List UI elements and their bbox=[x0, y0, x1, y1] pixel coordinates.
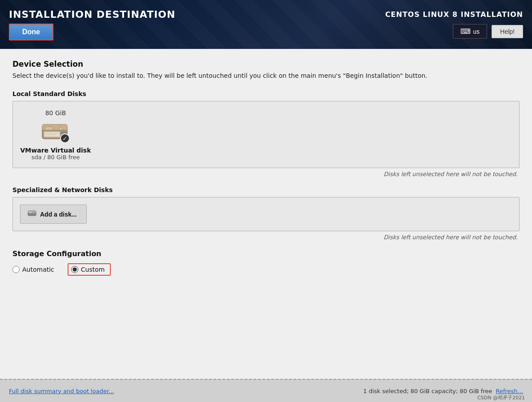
svg-point-3 bbox=[59, 127, 63, 130]
disk-selected-check: ✓ bbox=[60, 133, 70, 143]
svg-rect-2 bbox=[45, 127, 53, 130]
footer: Full disk summary and boot loader... 1 d… bbox=[0, 379, 532, 402]
storage-config-title: Storage Configuration bbox=[12, 249, 520, 258]
disk-name: VMware Virtual disk bbox=[20, 147, 91, 154]
refresh-link[interactable]: Refresh... bbox=[496, 388, 524, 394]
device-selection-description: Select the device(s) you'd like to insta… bbox=[12, 71, 520, 80]
local-disk-hint: Disks left unselected here will not be t… bbox=[12, 171, 520, 177]
disk-item-vmware[interactable]: 80 GiB bbox=[20, 109, 91, 161]
automatic-option[interactable]: Automatic bbox=[12, 266, 54, 273]
specialized-disks-label: Specialized & Network Disks bbox=[12, 186, 520, 193]
svg-rect-11 bbox=[29, 212, 32, 213]
add-disk-label: Add a disk... bbox=[40, 211, 77, 218]
disk-icon-container: ✓ bbox=[41, 120, 70, 143]
automatic-label: Automatic bbox=[22, 266, 54, 273]
storage-configuration-section: Storage Configuration Automatic Custom bbox=[12, 249, 520, 276]
disk-info: sda / 80 GiB free bbox=[32, 154, 80, 161]
main-content: Device Selection Select the device(s) yo… bbox=[0, 49, 532, 379]
page-title: INSTALLATION DESTINATION bbox=[9, 9, 175, 20]
storage-config-radio-group: Automatic Custom bbox=[12, 263, 520, 276]
header-left: INSTALLATION DESTINATION Done bbox=[9, 9, 175, 40]
help-button[interactable]: Help! bbox=[492, 25, 523, 38]
done-button[interactable]: Done bbox=[9, 24, 53, 40]
svg-rect-5 bbox=[44, 132, 60, 137]
footer-status: 1 disk selected; 80 GiB capacity; 80 GiB… bbox=[363, 388, 523, 394]
keyboard-layout-label: us bbox=[473, 28, 480, 35]
disk-status-text: 1 disk selected; 80 GiB capacity; 80 GiB… bbox=[363, 388, 492, 394]
disk-summary-link[interactable]: Full disk summary and boot loader... bbox=[9, 388, 114, 394]
app-title: CENTOS LINUX 8 INSTALLATION bbox=[385, 10, 523, 19]
add-disk-icon bbox=[28, 209, 36, 219]
automatic-radio[interactable] bbox=[12, 266, 20, 273]
header: INSTALLATION DESTINATION Done CENTOS LIN… bbox=[0, 0, 532, 49]
keyboard-layout-button[interactable]: ⌨ us bbox=[453, 24, 488, 39]
local-disks-label: Local Standard Disks bbox=[12, 90, 520, 97]
custom-label: Custom bbox=[81, 266, 105, 273]
svg-rect-4 bbox=[42, 130, 67, 131]
specialized-disks-box: Add a disk... bbox=[12, 197, 520, 231]
header-right: CENTOS LINUX 8 INSTALLATION ⌨ us Help! bbox=[385, 10, 523, 39]
device-selection-section: Device Selection Select the device(s) yo… bbox=[12, 60, 520, 241]
watermark: CSDN @邓矛子2021 bbox=[477, 394, 525, 401]
header-controls: ⌨ us Help! bbox=[453, 24, 523, 39]
custom-option[interactable]: Custom bbox=[68, 263, 111, 276]
specialized-disk-hint: Disks left unselected here will not be t… bbox=[12, 234, 520, 241]
keyboard-icon: ⌨ bbox=[460, 27, 471, 36]
local-disks-box: 80 GiB bbox=[12, 101, 520, 168]
custom-radio[interactable] bbox=[71, 266, 78, 273]
add-disk-button[interactable]: Add a disk... bbox=[20, 205, 87, 224]
disk-size: 80 GiB bbox=[45, 109, 66, 117]
device-selection-title: Device Selection bbox=[12, 60, 520, 68]
